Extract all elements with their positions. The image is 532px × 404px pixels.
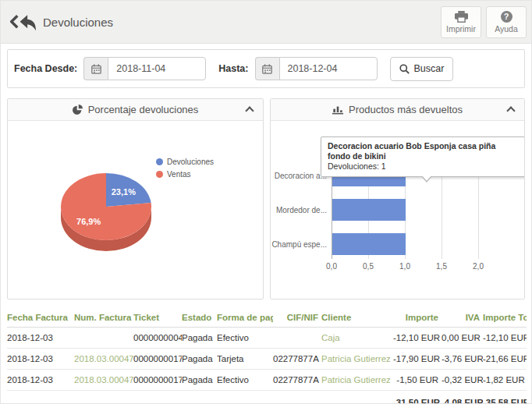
search-icon [399, 64, 410, 74]
total-importe: -31,50 EUR [393, 391, 442, 404]
cell-total: -1,82 EUR [483, 370, 527, 391]
print-button[interactable]: Imprimir [441, 6, 481, 38]
legend-item: Devoluciones [156, 155, 214, 168]
table-row: 2018-12-030000000004PagadaEfectivoCaja-1… [7, 328, 527, 349]
cell-cliente: Patricia Gutierrez [321, 349, 393, 370]
cell-cliente: Caja [321, 328, 393, 349]
cell-fecha: 2018-12-03 [7, 349, 74, 370]
bar-3[interactable] [332, 233, 406, 255]
num-link[interactable]: 2018.03.000475 [74, 375, 133, 385]
category-label: Champú espe... [271, 240, 327, 249]
column-header-fecha[interactable]: Fecha Factura▲ [7, 309, 74, 328]
cell-ticket: 0000000017 [133, 370, 182, 391]
pie-legend: DevolucionesVentas [156, 155, 214, 180]
tooltip-pointer [422, 175, 431, 181]
cell-cif: 02277877A [273, 349, 321, 370]
cell-importe: -12,10 EUR [393, 328, 442, 349]
cell-num: 2018.03.000475 [74, 370, 133, 391]
cell-total: -12,10 EUR [483, 328, 527, 349]
column-header-cif[interactable]: CIF/NIF [273, 309, 321, 328]
top-bar: Devoluciones Imprimir ? Ayuda [1, 1, 531, 44]
search-button[interactable]: Buscar [390, 57, 454, 81]
legend-label: Ventas [167, 170, 191, 179]
date-filter-bar: Fecha Desde: Hasta: [7, 49, 525, 88]
calendar-to-button[interactable] [255, 57, 279, 80]
legend-dot-icon [156, 171, 163, 178]
cliente-link[interactable]: Caja [321, 333, 340, 342]
x-tick-label: 1,0 [393, 262, 417, 271]
cell-importe: -1,50 EUR [393, 370, 442, 391]
collapse-chevron-icon[interactable] [506, 106, 515, 115]
bar-tooltip: Decoracion acuario Bob Esponja casa piña… [321, 136, 524, 177]
search-label: Buscar [414, 63, 445, 74]
cell-estado: Pagada [182, 328, 217, 349]
date-from-label: Fecha Desde: [14, 63, 77, 74]
cell-num: 2018.03.000474 [74, 349, 133, 370]
cell-iva: -3,76 EUR [442, 349, 483, 370]
cell-iva: 0,00 EUR [442, 328, 483, 349]
returns-table-wrap: Fecha Factura▲Num. FacturaTicketEstadoFo… [7, 309, 525, 404]
column-header-ticket[interactable]: Ticket [133, 309, 182, 328]
back-icon[interactable] [10, 12, 37, 33]
calendar-icon [262, 64, 272, 74]
date-to-label: Hasta: [218, 63, 248, 74]
cell-num [74, 328, 133, 349]
column-header-importe[interactable]: Importe [393, 309, 442, 328]
help-label: Ayuda [495, 24, 518, 34]
table-row: 2018-12-032018.03.0004750000000017Pagada… [7, 370, 527, 391]
pie-panel-body: 23,1%76,9% DevolucionesVentas [8, 121, 263, 299]
table-totals-row: -31,50 EUR-4,08 EUR-35,58 EUR [7, 391, 527, 404]
cell-importe: -17,90 EUR [393, 349, 442, 370]
bar-panel-body: 0,00,51,01,52,0Decoracion a...Mordedor d… [271, 121, 524, 299]
date-from-input[interactable] [108, 57, 206, 80]
x-tick-label: 2,0 [466, 262, 490, 271]
total-num [74, 391, 133, 404]
cell-fecha: 2018-12-03 [7, 370, 74, 391]
help-button[interactable]: ? Ayuda [486, 6, 527, 38]
pie-slice-label: 23,1% [112, 187, 136, 197]
tooltip-product-name: Decoracion acuario Bob Esponja casa piña… [328, 141, 518, 161]
printer-icon [455, 11, 468, 23]
bar-panel-title: Productos más devueltos [349, 104, 463, 115]
cliente-link[interactable]: Patricia Gutierrez [321, 354, 391, 363]
returns-table: Fecha Factura▲Num. FacturaTicketEstadoFo… [7, 309, 527, 404]
cell-forma: Efectivo [217, 328, 273, 349]
column-header-num[interactable]: Num. Factura [74, 309, 133, 328]
column-header-total[interactable]: Importe Total [483, 309, 527, 328]
cliente-link[interactable]: Patricia Gutierrez [321, 375, 391, 385]
cell-estado: Pagada [182, 349, 217, 370]
cell-estado: Pagada [182, 370, 217, 391]
cell-cliente: Patricia Gutierrez [321, 370, 393, 391]
devoluciones-page: Devoluciones Imprimir ? Ayuda Fecha Desd… [0, 0, 532, 404]
table-header-row: Fecha Factura▲Num. FacturaTicketEstadoFo… [7, 309, 527, 328]
date-from-group [83, 57, 206, 80]
bar-2[interactable] [332, 199, 406, 221]
cell-forma: Efectivo [217, 370, 273, 391]
date-to-input[interactable] [279, 57, 378, 80]
date-to-group [255, 57, 378, 80]
pie-panel: Porcentaje devoluciones 23,1%76,9% Devol… [7, 98, 264, 299]
column-header-estado[interactable]: Estado [182, 309, 217, 328]
help-icon: ? [501, 11, 512, 23]
category-label: Mordedor de... [271, 206, 327, 214]
column-header-forma[interactable]: Forma de pago [217, 309, 273, 328]
tooltip-value: Devoluciones: 1 [328, 161, 518, 172]
total-estado [182, 391, 217, 404]
column-header-iva[interactable]: IVA [442, 309, 483, 328]
x-tick-label: 0,0 [320, 262, 343, 271]
total-cif [273, 391, 321, 404]
total-forma [217, 391, 273, 404]
total-cliente [321, 391, 393, 404]
calendar-from-button[interactable] [83, 57, 108, 80]
total-ticket [133, 391, 182, 404]
column-header-cliente[interactable]: Cliente [321, 309, 393, 328]
legend-dot-icon [156, 158, 163, 165]
pie-slice-label: 76,9% [76, 217, 101, 226]
num-link[interactable]: 2018.03.000474 [74, 354, 133, 363]
total-iva: -4,08 EUR [442, 391, 483, 404]
category-label: Decoracion a... [271, 172, 327, 180]
print-label: Imprimir [446, 24, 476, 34]
pie-chart: 23,1%76,9% [8, 121, 263, 299]
collapse-chevron-icon[interactable] [245, 106, 254, 115]
bar-panel: Productos más devueltos 0,00,51,01,52,0D… [270, 98, 525, 299]
